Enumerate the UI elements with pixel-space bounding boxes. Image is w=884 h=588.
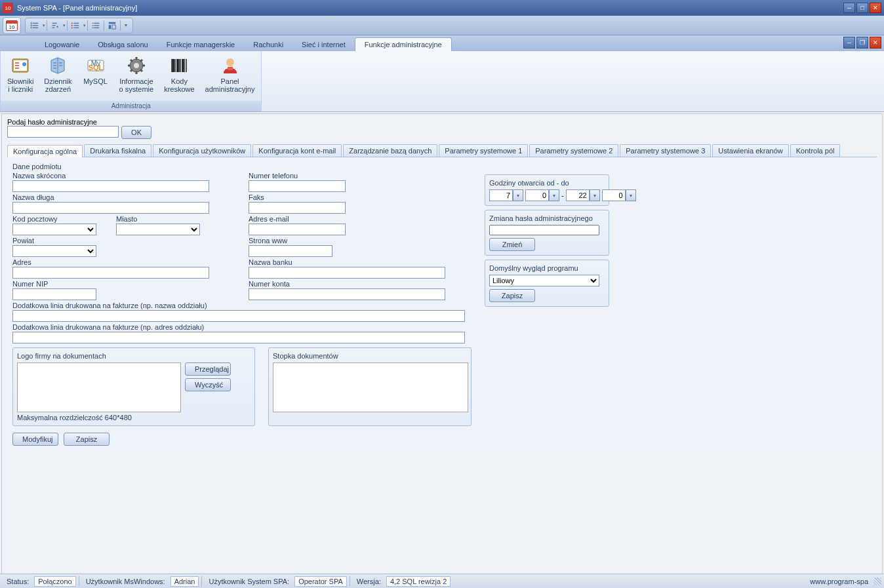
svg-point-2 — [71, 27, 73, 28]
subtab-konfiguracja-ogolna[interactable]: Konfiguracja ogólna — [7, 145, 83, 157]
www-input[interactable] — [249, 245, 332, 257]
powiat-select[interactable] — [12, 245, 96, 257]
list-bullet-icon[interactable] — [69, 20, 82, 31]
maximize-button[interactable]: □ — [856, 3, 868, 13]
mdi-restore-button[interactable]: ❐ — [856, 37, 868, 49]
dod1-input[interactable] — [12, 310, 465, 322]
barcode-icon — [169, 55, 190, 76]
url-label: www.program-spa — [810, 578, 868, 585]
subtab-drukarka-fiskalna[interactable]: Drukarka fiskalna — [84, 144, 151, 157]
spin-button[interactable]: ▾ — [626, 189, 636, 201]
wyglad-legend: Domyślny wygląd programu — [489, 264, 605, 272]
nowe-haslo-input[interactable] — [489, 225, 599, 235]
resize-grip[interactable] — [874, 578, 881, 585]
telefon-label: Numer telefonu — [249, 172, 452, 180]
logo-preview — [17, 363, 181, 412]
nip-input[interactable] — [12, 288, 96, 300]
svg-rect-5 — [112, 25, 115, 29]
subtab-parametry-2[interactable]: Parametry systemowe 2 — [529, 144, 618, 157]
svg-rect-15 — [228, 67, 233, 70]
ribbon-mysql[interactable]: MySQL MySQL — [77, 52, 114, 100]
modyfikuj-button[interactable]: Modyfikuj — [12, 433, 58, 446]
svg-point-0 — [71, 22, 73, 24]
nazwa-skrocona-input[interactable] — [12, 180, 209, 192]
dictionary-icon — [10, 55, 31, 76]
ribbon-dziennik-zdarzen[interactable]: Dziennik zdarzeń — [39, 52, 77, 100]
bank-input[interactable] — [249, 267, 445, 279]
ribbon-kody-kreskowe[interactable]: Kody kreskowe — [159, 52, 199, 100]
svg-rect-4 — [109, 25, 111, 29]
spin-button[interactable]: ▾ — [513, 189, 523, 201]
svg-point-8 — [22, 62, 26, 66]
dod2-label: Dodatkowa linia drukowana na fakturze (n… — [12, 323, 472, 331]
zapisz-bottom-button[interactable]: Zapisz — [64, 433, 110, 446]
adres-label: Adres — [12, 258, 216, 266]
zmien-button[interactable]: Zmień — [489, 238, 535, 251]
subtab-kontrola-pol[interactable]: Kontrola pól — [790, 144, 841, 157]
tab-siec-internet[interactable]: Sieć i internet — [292, 38, 355, 51]
mdi-minimize-button[interactable]: ─ — [843, 37, 855, 49]
godziny-legend: Godziny otwarcia od - do — [489, 179, 605, 187]
minimize-button[interactable]: ─ — [843, 3, 855, 13]
adres-input[interactable] — [12, 267, 209, 279]
tab-obsluga-salonu[interactable]: Obsługa salonu — [89, 38, 157, 51]
stopka-textarea[interactable] — [273, 363, 468, 412]
app-menu-button[interactable]: 10 — [3, 17, 21, 34]
email-input[interactable] — [249, 224, 346, 235]
title-bar: 10 System SPA - [Panel administracyjny] … — [0, 0, 884, 16]
konto-input[interactable] — [249, 288, 445, 300]
stopka-groupbox: Stopka dokumentów — [268, 347, 472, 426]
tab-logowanie[interactable]: Logowanie — [35, 38, 89, 51]
nazwa-dluga-label: Nazwa długa — [12, 193, 216, 201]
ok-button[interactable]: OK — [121, 126, 151, 139]
subtab-konfiguracja-email[interactable]: Konfiguracja kont e-mail — [252, 144, 342, 157]
ribbon-informacje-systemie[interactable]: Informacje o systemie — [114, 52, 159, 100]
layout-icon[interactable] — [106, 20, 119, 31]
spin-button[interactable]: ▾ — [590, 189, 600, 201]
bank-label: Nazwa banku — [249, 258, 452, 266]
content-area: Podaj hasło administracyjne OK Konfigura… — [1, 113, 883, 576]
subtab-parametry-1[interactable]: Parametry systemowe 1 — [439, 144, 528, 157]
subtab-ustawienia-ekranow[interactable]: Ustawienia ekranów — [712, 144, 788, 157]
logo-groupbox: Logo firmy na dokumentach Przeglądaj Wyc… — [12, 347, 255, 426]
ribbon-slowniki-liczniki[interactable]: Słowniki i liczniki — [2, 52, 39, 100]
subtab-zarzadzanie-baza[interactable]: Zarządzanie bazą danych — [343, 144, 437, 157]
list-numbered-icon[interactable] — [28, 20, 41, 31]
zapisz-wyglad-button[interactable]: Zapisz — [489, 289, 535, 302]
svg-point-13 — [134, 63, 139, 68]
tab-rachunki[interactable]: Rachunki — [244, 38, 292, 51]
sort-icon[interactable] — [49, 20, 62, 31]
more-icon[interactable]: ▾ — [122, 20, 130, 31]
nazwa-dluga-input[interactable] — [12, 202, 209, 214]
svg-point-14 — [226, 58, 234, 66]
telefon-input[interactable] — [249, 180, 346, 192]
list-icon[interactable] — [89, 20, 102, 31]
spin-button[interactable]: ▾ — [549, 189, 559, 201]
wyglad-select[interactable]: Liliowy — [489, 275, 599, 286]
wyczysc-button[interactable]: Wyczyść — [185, 378, 231, 391]
email-label: Adres e-mail — [249, 215, 452, 223]
svg-text:SQL: SQL — [88, 64, 103, 71]
dod2-input[interactable] — [12, 332, 465, 343]
miasto-select[interactable] — [116, 224, 200, 235]
subtab-parametry-3[interactable]: Parametry stystemowe 3 — [620, 144, 711, 157]
godz-do-h-input[interactable] — [566, 189, 590, 201]
spauser-label: Użytkownik System SPA: — [205, 578, 293, 585]
przegladaj-button[interactable]: Przeglądaj — [185, 363, 231, 376]
tab-funkcje-administracyjne[interactable]: Funkcje administracyjne — [355, 37, 452, 51]
close-button[interactable]: ✕ — [870, 3, 881, 13]
admin-password-input[interactable] — [7, 126, 119, 138]
ribbon-panel-admin[interactable]: Panel administracyjny — [200, 52, 260, 100]
kod-pocztowy-select[interactable] — [12, 224, 96, 235]
ribbon-label: Słowniki i liczniki — [7, 77, 33, 93]
subtab-konfiguracja-uzytkownikow[interactable]: Konfiguracja użytkowników — [153, 144, 251, 157]
godz-od-h-input[interactable] — [489, 189, 513, 201]
svg-point-1 — [71, 24, 73, 26]
tab-funkcje-managerskie[interactable]: Funkcje managerskie — [157, 38, 245, 51]
log-icon — [47, 55, 68, 76]
faks-input[interactable] — [249, 202, 346, 214]
mdi-close-button[interactable]: ✕ — [870, 37, 881, 49]
godz-do-m-input[interactable] — [602, 189, 626, 201]
godz-od-m-input[interactable] — [525, 189, 549, 201]
nip-label: Numer NIP — [12, 280, 216, 288]
